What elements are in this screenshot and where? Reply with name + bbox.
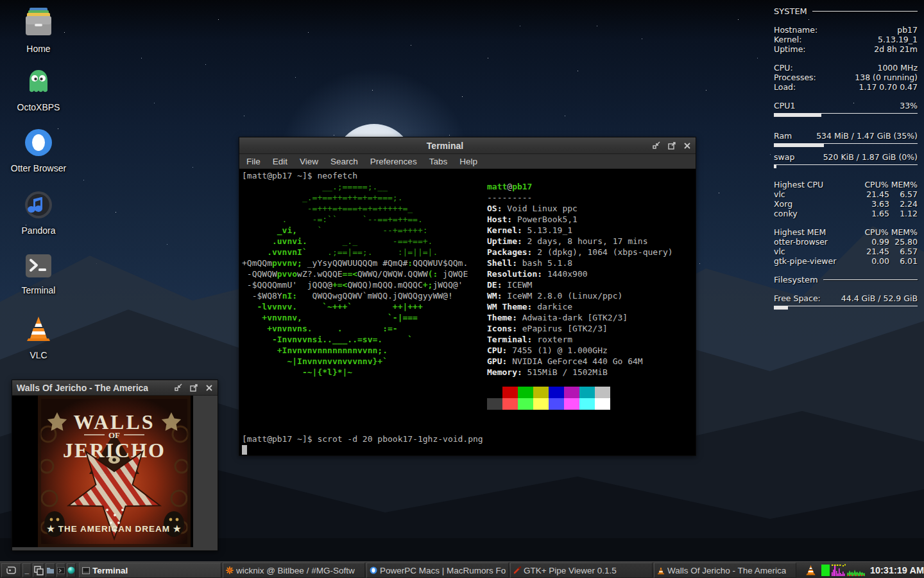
vlc-icon: [23, 314, 54, 345]
taskbar-clock[interactable]: 10:31:19 AM: [870, 565, 924, 575]
shell-prompt: [matt@pb17 ~]$ scrot -d 20 pbook17-1ghz-…: [242, 434, 483, 444]
ansi-swatch: [549, 398, 564, 410]
svg-text:★ THE AMERICAN DREAM ★: ★ THE AMERICAN DREAM ★: [47, 524, 182, 534]
desktop-icon-label: OctoXBPS: [8, 102, 69, 112]
maximize-button[interactable]: [666, 140, 678, 152]
task-button-label: Walls Of Jericho - The America: [667, 566, 786, 575]
task-button[interactable]: Terminal: [79, 563, 221, 578]
vlc-task-icon: [657, 566, 665, 575]
album-cover-art: WALLS OF JERICHO ★ THE AMERIC: [38, 396, 191, 547]
menu-preferences[interactable]: Preferences: [370, 157, 417, 166]
task-button-label: Terminal: [92, 566, 128, 575]
ansi-swatch: [549, 387, 564, 398]
system-monitor-panel: SYSTEMHostname:pb17Kernel:5.13.19_1Uptim…: [774, 6, 918, 310]
menu-search[interactable]: Search: [330, 157, 358, 166]
task-button-list: Terminalwicknix @ Bitlbee / #MG-SoftwPow…: [79, 563, 798, 578]
quicklaunch-browser-button[interactable]: [67, 563, 76, 577]
terminal-window: Terminal FileEditViewSearchPreferencesTa…: [239, 137, 696, 456]
quicklaunch-files-button[interactable]: [46, 563, 55, 577]
ansi-swatch: [595, 398, 610, 410]
ansi-swatch: [487, 398, 502, 410]
otter-browser-icon: [23, 127, 54, 158]
vlc-tray-icon[interactable]: [805, 565, 816, 576]
pipe-viewer-task-icon: [513, 566, 521, 574]
desktop-icon-home[interactable]: Home: [8, 6, 69, 54]
svg-text:JERICHO: JERICHO: [63, 439, 166, 462]
maximize-button[interactable]: [188, 382, 200, 394]
task-button[interactable]: wicknix @ Bitlbee / #MG-Softw: [223, 563, 365, 578]
cascade-windows-icon: [33, 565, 44, 575]
quicklaunch-terminal-button[interactable]: [56, 563, 65, 577]
desktop-icon-vlc[interactable]: VLC: [8, 314, 69, 360]
album-window: Walls Of Jericho - The America: [12, 380, 218, 551]
ansi-swatch: [518, 398, 533, 410]
close-button[interactable]: [681, 140, 693, 152]
terminal-menubar: FileEditViewSearchPreferencesTabsHelp: [239, 154, 696, 169]
ansi-swatch: [502, 398, 518, 410]
terminal-cursor: [242, 445, 247, 455]
terminal-titlebar[interactable]: Terminal: [239, 137, 696, 154]
pandora-icon: [23, 189, 54, 220]
ansi-swatch: [579, 398, 595, 410]
desktop-icon-terminal[interactable]: Terminal: [8, 252, 69, 295]
ansi-swatch: [564, 398, 579, 410]
ansi-swatch: [502, 387, 518, 398]
desktop-icon-label: Home: [8, 44, 69, 54]
task-button[interactable]: Walls Of Jericho - The America: [654, 563, 796, 578]
teal-globe-icon: [67, 566, 75, 574]
menu-file[interactable]: File: [246, 157, 261, 166]
task-button-label: PowerPC Macs | MacRumors Fo: [380, 566, 506, 575]
window-title: Terminal: [239, 141, 651, 151]
menu-view[interactable]: View: [300, 157, 318, 166]
system-tray: [805, 564, 865, 577]
minimize-button[interactable]: [173, 382, 184, 394]
ansi-swatch: [579, 387, 595, 398]
ansi-swatch: [595, 387, 610, 398]
octoxbps-icon: [23, 66, 54, 97]
desktop-icon-label: Otter Browser: [8, 163, 69, 173]
folder-icon: [46, 567, 55, 574]
system-monitor-graphs: [821, 564, 865, 577]
ansi-swatch: [533, 398, 549, 410]
taskbar: _ Terminalwicknix @ Bitlbee / #MG-SoftwP…: [0, 561, 924, 578]
minimize-button[interactable]: [651, 140, 662, 152]
neofetch-output: [matt@pb17 ~]$ neofetch __.;=====;.__ _.…: [242, 170, 468, 378]
ansi-swatch: [487, 387, 502, 398]
menu-tabs[interactable]: Tabs: [429, 157, 448, 166]
task-button-label: GTK+ Pipe Viewer 0.1.5: [524, 566, 617, 575]
window-list-button[interactable]: [33, 563, 44, 577]
ansi-swatch: [564, 387, 579, 398]
ansi-swatch: [518, 387, 533, 398]
album-titlebar[interactable]: Walls Of Jericho - The America: [12, 380, 218, 396]
desktop-icon-label: Pandora: [8, 225, 69, 236]
desktop-icon-label: Terminal: [8, 285, 69, 295]
ansi-color-swatches: [487, 387, 610, 410]
task-button[interactable]: PowerPC Macs | MacRumors Fo: [366, 563, 509, 578]
ansi-swatch: [533, 387, 549, 398]
task-button-label: wicknix @ Bitlbee / #MG-Softw: [236, 566, 355, 575]
icewm-logo-icon: [5, 565, 17, 575]
menu-edit[interactable]: Edit: [273, 157, 287, 166]
window-title: Walls Of Jericho - The America: [12, 383, 148, 393]
menu-help[interactable]: Help: [459, 157, 477, 166]
close-button[interactable]: [203, 382, 215, 394]
desktop-icon-octoxbps[interactable]: OctoXBPS: [8, 66, 69, 112]
neofetch-info: matt@pb17---------OS: Void Linux ppcHost…: [487, 181, 673, 378]
desktop-icon-label: VLC: [8, 350, 69, 360]
desktop-icon-pandora[interactable]: Pandora: [8, 189, 69, 236]
home-icon: [23, 6, 54, 39]
task-button[interactable]: GTK+ Pipe Viewer 0.1.5: [510, 563, 653, 578]
terminal-icon: [24, 252, 53, 280]
album-content: WALLS OF JERICHO ★ THE AMERIC: [12, 396, 218, 550]
show-desktop-button[interactable]: _: [22, 563, 31, 577]
start-menu-button[interactable]: [1, 563, 21, 577]
terminal-content[interactable]: [matt@pb17 ~]$ neofetch __.;=====;.__ _.…: [239, 169, 696, 455]
terminal-task-icon: [82, 567, 90, 574]
desktop-icon-otter[interactable]: Otter Browser: [8, 127, 69, 173]
browser-task-icon: [370, 566, 377, 574]
chat-task-icon: [226, 566, 234, 574]
desktop: { "desktop": { "icons": [ {"label": "Hom…: [0, 0, 924, 578]
mini-terminal-icon: [57, 567, 65, 574]
